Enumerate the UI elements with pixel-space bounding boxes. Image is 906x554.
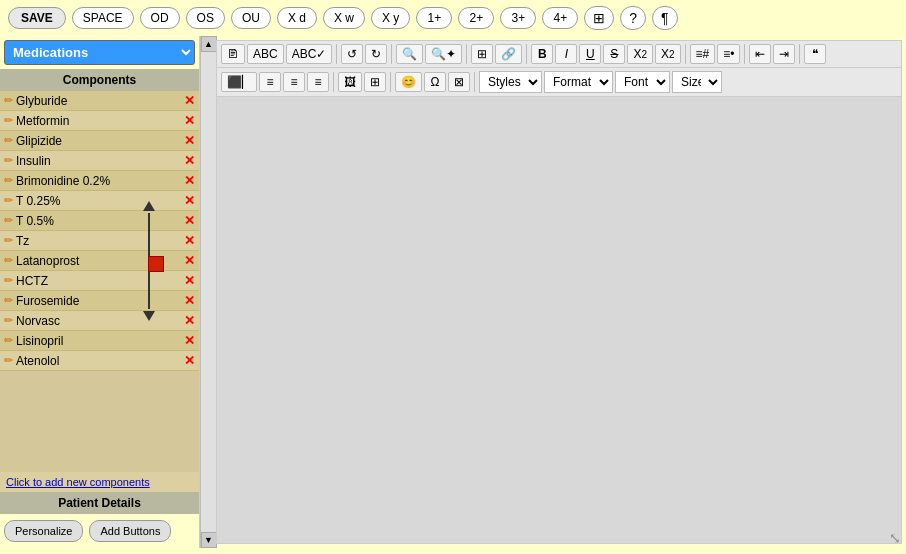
pencil-icon: ✏ <box>4 134 13 147</box>
patient-details-header: Patient Details <box>0 492 199 514</box>
component-name: HCTZ <box>16 274 184 288</box>
list-item[interactable]: ✏Atenolol✕ <box>0 351 199 371</box>
strikethrough-button[interactable]: S <box>603 44 625 64</box>
remove-icon[interactable]: ✕ <box>184 153 195 168</box>
drag-box[interactable] <box>148 256 164 272</box>
font-select[interactable]: Font <box>615 71 670 93</box>
xw-button[interactable]: X w <box>323 7 365 29</box>
add-components-link[interactable]: Click to add new components <box>0 472 199 492</box>
remove-icon[interactable]: ✕ <box>184 273 195 288</box>
find2-button[interactable]: 🔍✦ <box>425 44 462 64</box>
save-button[interactable]: SAVE <box>8 7 66 29</box>
remove-icon[interactable]: ✕ <box>184 113 195 128</box>
align-center-button[interactable]: ≡ <box>259 72 281 92</box>
xy-button[interactable]: X y <box>371 7 410 29</box>
list-item[interactable]: ✏Norvasc✕ <box>0 311 199 331</box>
space-button[interactable]: SPACE <box>72 7 134 29</box>
blockquote-button[interactable]: ❝ <box>804 44 826 64</box>
spell-check2-icon[interactable]: ABC✓ <box>286 44 333 64</box>
add-buttons-button[interactable]: Add Buttons <box>89 520 171 542</box>
spell-check-icon[interactable]: ABC <box>247 44 284 64</box>
align-justify-button[interactable]: ≡ <box>307 72 329 92</box>
undo-button[interactable]: ↺ <box>341 44 363 64</box>
find-button[interactable]: 🔍 <box>396 44 423 64</box>
help-icon[interactable]: ? <box>620 6 646 30</box>
ou-button[interactable]: OU <box>231 7 271 29</box>
superscript-button[interactable]: X2 <box>655 44 681 64</box>
pencil-icon: ✏ <box>4 254 13 267</box>
toolbar-sep7 <box>799 44 800 64</box>
resize-handle[interactable]: ⤡ <box>889 531 899 541</box>
list-item[interactable]: ✏Metformin✕ <box>0 111 199 131</box>
symbol-button[interactable]: Ω <box>424 72 446 92</box>
xd-button[interactable]: X d <box>277 7 317 29</box>
indent-less-button[interactable]: ⇤ <box>749 44 771 64</box>
emoji-button[interactable]: 😊 <box>395 72 422 92</box>
remove-icon[interactable]: ✕ <box>184 173 195 188</box>
remove-icon[interactable]: ✕ <box>184 313 195 328</box>
list-item[interactable]: ✏Brimonidine 0.2%✕ <box>0 171 199 191</box>
indent-more-button[interactable]: ⇥ <box>773 44 795 64</box>
remove-icon[interactable]: ✕ <box>184 133 195 148</box>
underline-button[interactable]: U <box>579 44 601 64</box>
image-button[interactable]: 🖼 <box>338 72 362 92</box>
3plus-button[interactable]: 3+ <box>500 7 536 29</box>
list-item[interactable]: ✏Insulin✕ <box>0 151 199 171</box>
special-button[interactable]: ⊠ <box>448 72 470 92</box>
align-right-button2[interactable]: ≡ <box>283 72 305 92</box>
remove-icon[interactable]: ✕ <box>184 213 195 228</box>
format-select[interactable]: Format <box>544 71 613 93</box>
list-item[interactable]: ✏HCTZ✕ <box>0 271 199 291</box>
paragraph-icon[interactable]: ¶ <box>652 6 678 30</box>
bold-button[interactable]: B <box>531 44 553 64</box>
pencil-icon: ✏ <box>4 314 13 327</box>
4plus-button[interactable]: 4+ <box>542 7 578 29</box>
subscript-button[interactable]: X2 <box>627 44 653 64</box>
align-left-button[interactable]: ⬛▏ <box>221 72 257 92</box>
grid-icon[interactable]: ⊞ <box>584 6 614 30</box>
redo-button[interactable]: ↻ <box>365 44 387 64</box>
list-item[interactable]: ✏Glipizide✕ <box>0 131 199 151</box>
list-item[interactable]: ✏T 0.5%✕ <box>0 211 199 231</box>
scroll-up-arrow[interactable]: ▲ <box>201 36 217 52</box>
personalize-button[interactable]: Personalize <box>4 520 83 542</box>
remove-icon[interactable]: ✕ <box>184 233 195 248</box>
list-item[interactable]: ✏Tz✕ <box>0 231 199 251</box>
editor-toolbar2: ⬛▏ ≡ ≡ ≡ 🖼 ⊞ 😊 Ω ⊠ Styles Format Font Si… <box>217 68 901 97</box>
unordered-list-button[interactable]: ≡• <box>717 44 740 64</box>
list-item[interactable]: ✏Glyburide✕ <box>0 91 199 111</box>
remove-icon[interactable]: ✕ <box>184 253 195 268</box>
remove-icon[interactable]: ✕ <box>184 353 195 368</box>
list-item[interactable]: ✏Latanoprost✕ <box>0 251 199 271</box>
size-select[interactable]: Size <box>672 71 722 93</box>
remove-icon[interactable]: ✕ <box>184 293 195 308</box>
od-button[interactable]: OD <box>140 7 180 29</box>
list-item[interactable]: ✏Furosemide✕ <box>0 291 199 311</box>
pencil-icon: ✏ <box>4 154 13 167</box>
component-name: Insulin <box>16 154 184 168</box>
remove-icon[interactable]: ✕ <box>184 93 195 108</box>
italic-button[interactable]: I <box>555 44 577 64</box>
styles-select[interactable]: Styles <box>479 71 542 93</box>
editor-content[interactable]: ⤡ <box>217 97 901 543</box>
1plus-button[interactable]: 1+ <box>416 7 452 29</box>
toolbar-sep2 <box>391 44 392 64</box>
remove-icon[interactable]: ✕ <box>184 333 195 348</box>
pencil-icon: ✏ <box>4 194 13 207</box>
list-item[interactable]: ✏Lisinopril✕ <box>0 331 199 351</box>
table2-button[interactable]: ⊞ <box>364 72 386 92</box>
os-button[interactable]: OS <box>186 7 225 29</box>
table-icon[interactable]: ⊞ <box>471 44 493 64</box>
sidebar: Medications Components ✏Glyburide✕✏Metfo… <box>0 36 200 548</box>
ordered-list-button[interactable]: ≡# <box>690 44 716 64</box>
sidebar-bottom: Personalize Add Buttons <box>0 514 199 548</box>
scroll-down-arrow[interactable]: ▼ <box>201 532 217 548</box>
2plus-button[interactable]: 2+ <box>458 7 494 29</box>
link-icon[interactable]: 🔗 <box>495 44 522 64</box>
list-item[interactable]: ✏T 0.25%✕ <box>0 191 199 211</box>
medications-dropdown[interactable]: Medications <box>4 40 195 65</box>
remove-icon[interactable]: ✕ <box>184 193 195 208</box>
paste-plain-icon[interactable]: 🖹 <box>221 44 245 64</box>
toolbar-sep1 <box>336 44 337 64</box>
components-section: Components ✏Glyburide✕✏Metformin✕✏Glipiz… <box>0 69 199 514</box>
